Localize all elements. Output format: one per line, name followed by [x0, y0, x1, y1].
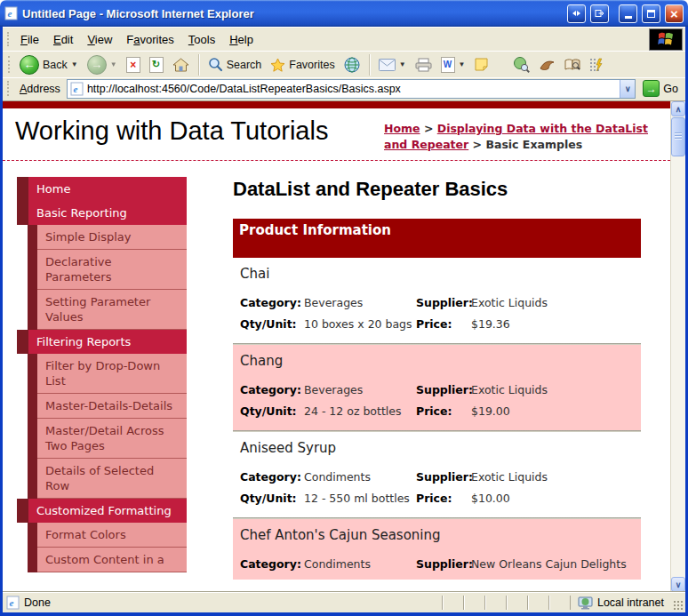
sidebar-section-header[interactable]: Filtering Reports	[17, 330, 187, 354]
scrollbar-track[interactable]	[671, 157, 685, 577]
discuss-button[interactable]	[471, 56, 492, 73]
window-switch-button[interactable]	[567, 4, 586, 23]
sidebar-item-label[interactable]: Setting Parameter Values	[37, 290, 187, 330]
grid-lightning-button[interactable]	[586, 56, 607, 74]
sidebar-section-label[interactable]: Customized Formatting	[28, 499, 187, 523]
sidebar-item-label[interactable]: Declarative Parameters	[37, 250, 187, 290]
status-text: Done	[24, 596, 51, 609]
home-button[interactable]	[169, 56, 193, 74]
mail-dropdown-icon[interactable]: ▼	[399, 60, 406, 68]
go-arrow-icon: →	[643, 80, 660, 97]
minimize-button[interactable]	[619, 4, 637, 23]
address-input[interactable]: e http://localhost:4560/Code/DataListRep…	[67, 79, 636, 99]
status-panel	[442, 596, 463, 610]
toolbar-separator	[198, 54, 199, 76]
favorites-button[interactable]: Favorites	[267, 56, 338, 74]
scrollbar-thumb[interactable]	[671, 117, 685, 156]
menu-help[interactable]: Help	[222, 29, 260, 50]
sidebar-item[interactable]: Simple Display	[28, 225, 187, 250]
window-frame: FileEditViewFavoritesToolsHelp ← Back ▼ …	[0, 27, 688, 616]
back-dropdown-icon[interactable]: ▼	[71, 60, 78, 68]
sidebar-item-label[interactable]: Simple Display	[37, 225, 187, 250]
category-label: Category:	[240, 470, 304, 484]
window-popout-button[interactable]	[590, 4, 609, 23]
qty-label: Qty/Unit:	[240, 404, 304, 418]
mail-button[interactable]: ▼	[375, 57, 410, 73]
svg-text:e: e	[73, 84, 77, 94]
sidebar-section-label[interactable]: Home	[28, 177, 187, 201]
menu-view[interactable]: View	[80, 29, 119, 50]
address-url[interactable]: http://localhost:4560/Code/DataListRepea…	[87, 83, 616, 95]
sidebar-section-header[interactable]: Basic Reporting	[17, 201, 187, 225]
category-value: Condiments	[304, 470, 416, 484]
vertical-scrollbar[interactable]: ∧ ∨	[670, 101, 685, 592]
research-button[interactable]	[509, 54, 533, 75]
sidebar-item[interactable]: Filter by Drop-Down List	[28, 354, 187, 394]
sidebar-item[interactable]: Format Colors	[28, 523, 187, 548]
sidebar-item-label[interactable]: Details of Selected Row	[37, 459, 187, 499]
product-row-category: Category: Condiments Supplier: New Orlea…	[240, 557, 634, 571]
sidebar-section-header[interactable]: Home	[17, 177, 187, 201]
product-row-category: Category: Condiments Supplier: Exotic Li…	[240, 470, 634, 484]
sidebar-section-label[interactable]: Filtering Reports	[28, 330, 187, 354]
book-search-button[interactable]	[561, 56, 584, 73]
sidebar-section-header[interactable]: Customized Formatting	[17, 499, 187, 523]
sidebar-item-label[interactable]: Master/Detail Across Two Pages	[37, 419, 187, 459]
sidebar-item-label[interactable]: Filter by Drop-Down List	[37, 354, 187, 394]
sidebar-item-label[interactable]: Master-Details-Details	[37, 394, 187, 419]
sidebar-item-label[interactable]: Format Colors	[37, 523, 187, 548]
resize-grip[interactable]	[673, 600, 684, 611]
sidebar-item-label[interactable]: Custom Content in a	[37, 548, 187, 572]
toolbar-separator	[369, 54, 370, 76]
category-label: Category:	[240, 296, 304, 309]
back-button[interactable]: ← Back ▼	[16, 53, 82, 76]
edit-with-word-button[interactable]: W ▼	[437, 55, 469, 75]
category-value: Beverages	[304, 296, 416, 309]
status-message: e Done	[6, 596, 442, 610]
status-panel	[463, 596, 484, 610]
print-button[interactable]	[412, 56, 436, 74]
scroll-down-button[interactable]: ∨	[671, 577, 685, 592]
bird-addon-button[interactable]	[535, 56, 559, 74]
sidebar-accent-strip	[28, 459, 37, 499]
toolbar-grip[interactable]	[7, 32, 10, 47]
go-button[interactable]: → Go	[640, 80, 681, 97]
stop-icon: ×	[126, 57, 140, 73]
sidebar-item[interactable]: Master-Details-Details	[28, 394, 187, 419]
address-dropdown-button[interactable]: ∨	[620, 80, 635, 98]
menu-favorites[interactable]: Favorites	[119, 29, 180, 50]
sidebar-item[interactable]: Custom Content in a	[28, 548, 187, 572]
supplier-label: Supplier:	[416, 383, 471, 396]
sidebar-item[interactable]: Master/Detail Across Two Pages	[28, 419, 187, 459]
breadcrumb-home-link[interactable]: Home	[384, 122, 420, 135]
toolbar-grip[interactable]	[7, 81, 10, 95]
menu-file[interactable]: File	[13, 29, 46, 50]
sidebar-accent-strip	[28, 225, 37, 250]
search-button[interactable]: Search	[204, 55, 266, 74]
sidebar-accent-strip	[28, 523, 37, 548]
minimize-icon	[625, 16, 632, 19]
menu-tools[interactable]: Tools	[181, 29, 222, 50]
price-value: $19.00	[471, 404, 634, 418]
sidebar-item[interactable]: Details of Selected Row	[28, 459, 187, 499]
maximize-icon	[647, 10, 655, 18]
refresh-button[interactable]: ↻	[146, 55, 167, 75]
maximize-button[interactable]	[642, 4, 660, 23]
forward-button[interactable]: → ▼	[84, 53, 121, 76]
standard-buttons-toolbar: ← Back ▼ → ▼ × ↻ Search	[3, 51, 685, 77]
close-button[interactable]: ×	[665, 4, 684, 23]
favorites-star-icon	[270, 58, 285, 72]
title-bar[interactable]: e Untitled Page - Microsoft Internet Exp…	[0, 0, 688, 27]
sidebar-section-label[interactable]: Basic Reporting	[28, 201, 187, 225]
supplier-value: New Orleans Cajun Delights	[471, 557, 634, 571]
scroll-up-button[interactable]: ∧	[671, 101, 685, 116]
sidebar-item[interactable]: Setting Parameter Values	[28, 290, 187, 330]
qty-value: 12 - 550 ml bottles	[304, 492, 416, 505]
stop-button[interactable]: ×	[123, 55, 144, 75]
edit-dropdown-icon[interactable]: ▼	[459, 60, 466, 68]
sidebar-item[interactable]: Declarative Parameters	[28, 250, 187, 290]
search-icon	[208, 57, 223, 72]
menu-edit[interactable]: Edit	[46, 29, 80, 50]
toolbar-grip[interactable]	[8, 56, 11, 73]
history-button[interactable]	[340, 55, 364, 75]
